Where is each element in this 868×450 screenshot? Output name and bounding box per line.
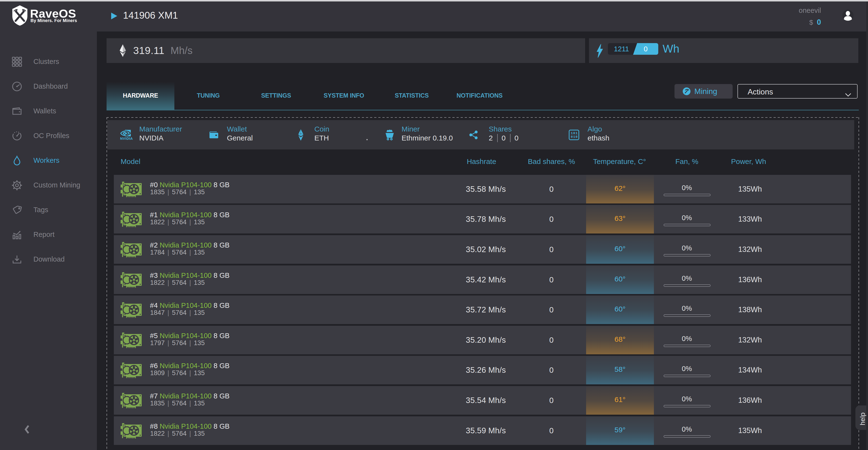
svg-text:NVIDIA: NVIDIA bbox=[120, 137, 133, 140]
svg-text:010: 010 bbox=[571, 135, 578, 139]
svg-text:101: 101 bbox=[571, 131, 578, 135]
